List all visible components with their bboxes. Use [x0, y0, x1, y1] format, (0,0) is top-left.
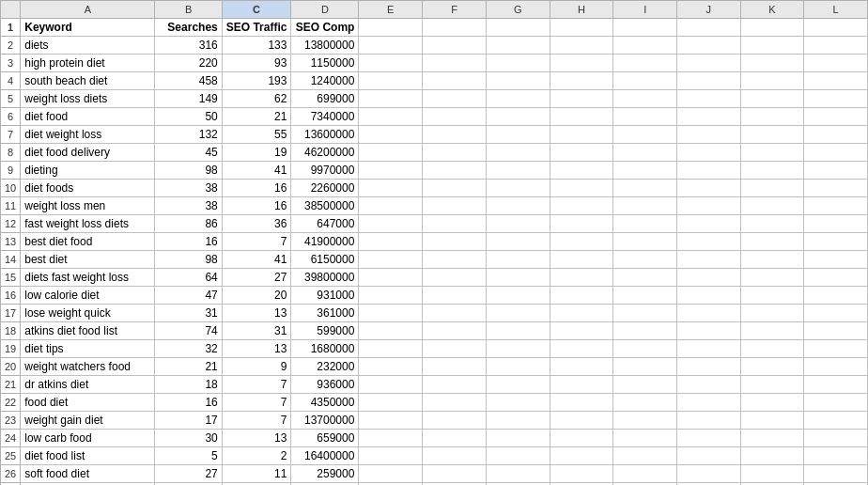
cell-keyword[interactable]: low carb food — [21, 430, 155, 447]
cell-seo-comp[interactable]: 931000 — [291, 287, 359, 305]
cell-keyword[interactable]: best diet food — [21, 233, 155, 251]
cell-seo-comp[interactable]: 599000 — [291, 322, 359, 340]
cell-seo-comp[interactable]: 1240000 — [291, 72, 359, 90]
cell-searches[interactable]: 30 — [155, 430, 222, 447]
cell-seo-traffic[interactable]: 31 — [222, 322, 291, 340]
cell-seo-traffic[interactable]: 16 — [222, 180, 291, 197]
col-header-f[interactable]: F — [423, 1, 487, 19]
cell-keyword[interactable]: south beach diet — [21, 72, 155, 90]
cell-seo-traffic[interactable]: 19 — [222, 144, 291, 162]
cell-seo-traffic[interactable]: 41 — [222, 251, 291, 269]
col-header-i[interactable]: I — [613, 1, 676, 19]
cell-searches[interactable]: 38 — [155, 180, 222, 197]
cell-seo-traffic[interactable]: 16 — [222, 197, 291, 215]
cell-seo-traffic[interactable]: 41 — [222, 162, 291, 180]
col-header-h[interactable]: H — [550, 1, 613, 19]
cell-searches[interactable]: 98 — [155, 251, 222, 269]
cell-seo-comp[interactable]: 2260000 — [291, 180, 359, 197]
cell-seo-traffic[interactable]: 27 — [222, 269, 291, 287]
cell-searches[interactable]: 220 — [155, 55, 222, 72]
cell-seo-traffic[interactable]: 11 — [222, 465, 291, 483]
col-header-c[interactable]: C — [222, 1, 291, 19]
cell-seo-traffic[interactable]: 13 — [222, 430, 291, 447]
col-header-l[interactable]: L — [804, 1, 868, 19]
cell-searches[interactable]: 21 — [155, 358, 222, 376]
cell-keyword[interactable]: weight loss diets — [21, 90, 155, 108]
cell-searches[interactable]: 86 — [155, 215, 222, 233]
cell-seo-traffic[interactable]: 62 — [222, 90, 291, 108]
cell-keyword[interactable]: weight loss men — [21, 197, 155, 215]
cell-seo-comp[interactable]: 6150000 — [291, 251, 359, 269]
cell-searches[interactable]: 132 — [155, 126, 222, 144]
cell-searches[interactable]: 16 — [155, 233, 222, 251]
cell-seo-comp[interactable]: 1150000 — [291, 55, 359, 72]
cell-seo-comp[interactable]: 361000 — [291, 305, 359, 322]
cell-seo-comp[interactable]: 41900000 — [291, 233, 359, 251]
cell-keyword[interactable]: lose weight quick — [21, 305, 155, 322]
cell-searches[interactable]: 17 — [155, 412, 222, 430]
cell-searches[interactable]: 18 — [155, 376, 222, 394]
cell-searches[interactable]: 50 — [155, 108, 222, 126]
cell-seo-comp[interactable]: 232000 — [291, 358, 359, 376]
cell-seo-traffic[interactable]: 20 — [222, 287, 291, 305]
header-searches[interactable]: Searches — [155, 19, 222, 37]
cell-seo-comp[interactable]: 936000 — [291, 376, 359, 394]
cell-seo-traffic[interactable]: 7 — [222, 394, 291, 412]
cell-keyword[interactable]: atkins diet food list — [21, 322, 155, 340]
cell-searches[interactable]: 32 — [155, 340, 222, 358]
cell-searches[interactable]: 316 — [155, 37, 222, 55]
cell-seo-comp[interactable]: 259000 — [291, 465, 359, 483]
header-keyword[interactable]: Keyword — [21, 19, 155, 37]
col-header-k[interactable]: K — [740, 1, 804, 19]
cell-keyword[interactable]: diet food list — [21, 447, 155, 465]
cell-seo-comp[interactable]: 659000 — [291, 430, 359, 447]
cell-keyword[interactable]: low calorie diet — [21, 287, 155, 305]
cell-searches[interactable]: 74 — [155, 322, 222, 340]
cell-seo-traffic[interactable]: 9 — [222, 358, 291, 376]
cell-seo-traffic[interactable]: 13 — [222, 305, 291, 322]
col-header-d[interactable]: D — [291, 1, 359, 19]
cell-searches[interactable]: 27 — [155, 465, 222, 483]
cell-keyword[interactable]: diet weight loss — [21, 126, 155, 144]
cell-keyword[interactable]: diet food delivery — [21, 144, 155, 162]
cell-seo-traffic[interactable]: 21 — [222, 108, 291, 126]
cell-seo-comp[interactable]: 13700000 — [291, 412, 359, 430]
cell-keyword[interactable]: diets — [21, 37, 155, 55]
cell-keyword[interactable]: soft food diet — [21, 465, 155, 483]
cell-keyword[interactable]: diet tips — [21, 340, 155, 358]
cell-keyword[interactable]: dieting — [21, 162, 155, 180]
col-header-e[interactable]: E — [359, 1, 423, 19]
cell-searches[interactable]: 31 — [155, 305, 222, 322]
cell-seo-traffic[interactable]: 36 — [222, 215, 291, 233]
cell-seo-traffic[interactable]: 55 — [222, 126, 291, 144]
cell-searches[interactable]: 5 — [155, 447, 222, 465]
cell-seo-comp[interactable]: 16400000 — [291, 447, 359, 465]
cell-keyword[interactable]: weight watchers food — [21, 358, 155, 376]
cell-searches[interactable]: 47 — [155, 287, 222, 305]
cell-keyword[interactable]: dr atkins diet — [21, 376, 155, 394]
cell-seo-comp[interactable]: 13800000 — [291, 37, 359, 55]
cell-keyword[interactable]: weight gain diet — [21, 412, 155, 430]
cell-searches[interactable]: 149 — [155, 90, 222, 108]
cell-seo-comp[interactable]: 38500000 — [291, 197, 359, 215]
cell-keyword[interactable]: best diet — [21, 251, 155, 269]
cell-seo-comp[interactable]: 7340000 — [291, 108, 359, 126]
cell-seo-comp[interactable]: 699000 — [291, 90, 359, 108]
cell-searches[interactable]: 64 — [155, 269, 222, 287]
cell-seo-traffic[interactable]: 7 — [222, 376, 291, 394]
cell-seo-comp[interactable]: 39800000 — [291, 269, 359, 287]
col-header-j[interactable]: J — [676, 1, 740, 19]
cell-searches[interactable]: 458 — [155, 72, 222, 90]
col-header-g[interactable]: G — [486, 1, 550, 19]
cell-seo-comp[interactable]: 13600000 — [291, 126, 359, 144]
cell-seo-traffic[interactable]: 193 — [222, 72, 291, 90]
cell-seo-traffic[interactable]: 2 — [222, 447, 291, 465]
header-seo-comp[interactable]: SEO Comp — [291, 19, 359, 37]
cell-searches[interactable]: 16 — [155, 394, 222, 412]
cell-seo-traffic[interactable]: 13 — [222, 340, 291, 358]
cell-seo-traffic[interactable]: 93 — [222, 55, 291, 72]
cell-searches[interactable]: 45 — [155, 144, 222, 162]
col-header-b[interactable]: B — [155, 1, 222, 19]
cell-keyword[interactable]: high protein diet — [21, 55, 155, 72]
cell-seo-traffic[interactable]: 7 — [222, 233, 291, 251]
